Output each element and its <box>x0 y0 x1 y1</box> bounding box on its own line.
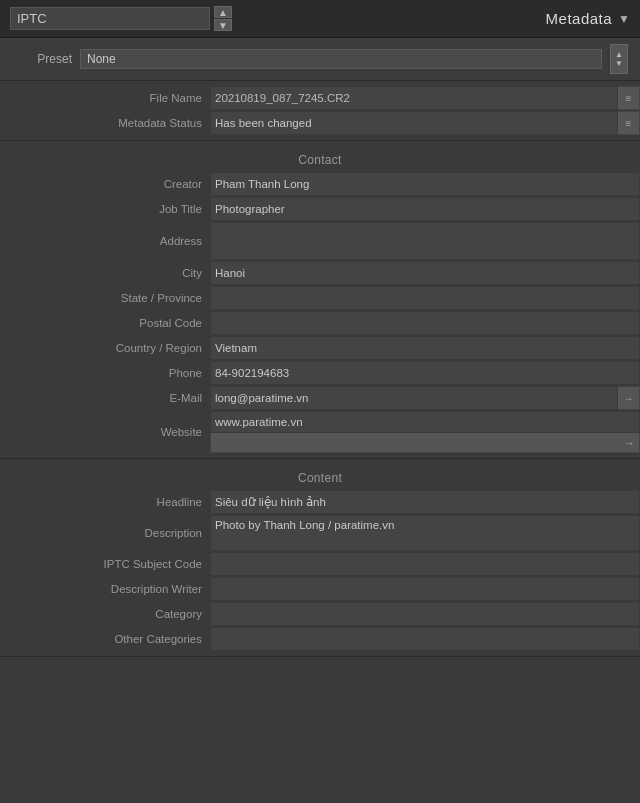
email-row: E-Mail long@paratime.vn → <box>0 386 640 410</box>
metadata-status-value: Has been changed <box>215 117 312 129</box>
list-icon: ≡ <box>626 93 632 104</box>
job-title-value: Photographer <box>215 203 285 215</box>
postal-field[interactable] <box>210 311 640 335</box>
iptc-subject-field[interactable] <box>210 552 640 576</box>
contact-section-header: Contact <box>0 145 640 171</box>
phone-value: 84-902194683 <box>215 367 289 379</box>
file-name-field[interactable]: 20210819_087_7245.CR2 <box>210 86 618 110</box>
iptc-spinner-down[interactable]: ▼ <box>214 19 232 31</box>
iptc-spinner-up[interactable]: ▲ <box>214 6 232 18</box>
country-row: Country / Region Vietnam <box>0 336 640 360</box>
contact-section: Contact Creator Pham Thanh Long Job Titl… <box>0 141 640 459</box>
file-name-value: 20210819_087_7245.CR2 <box>215 92 350 104</box>
website-row: Website www.paratime.vn → <box>0 411 640 453</box>
website-value: www.paratime.vn <box>215 416 303 428</box>
city-value: Hanoi <box>215 267 245 279</box>
phone-label: Phone <box>0 361 210 385</box>
country-field[interactable]: Vietnam <box>210 336 640 360</box>
metadata-status-label: Metadata Status <box>0 111 210 135</box>
address-field[interactable] <box>210 222 640 260</box>
metadata-status-field: Has been changed <box>210 111 618 135</box>
website-arrow-btn[interactable]: → <box>210 433 640 453</box>
headline-field[interactable]: Siêu dữ liệu hình ảnh <box>210 490 640 514</box>
metadata-content: File Name 20210819_087_7245.CR2 ≡ Metada… <box>0 81 640 657</box>
metadata-status-btn[interactable]: ≡ <box>618 111 640 135</box>
file-name-field-group: 20210819_087_7245.CR2 ≡ <box>210 86 640 110</box>
state-field[interactable] <box>210 286 640 310</box>
website-label: Website <box>0 411 210 453</box>
headline-row: Headline Siêu dữ liệu hình ảnh <box>0 490 640 514</box>
preset-row: Preset None ▲ ▼ <box>0 38 640 81</box>
other-categories-label: Other Categories <box>0 627 210 651</box>
file-info-section: File Name 20210819_087_7245.CR2 ≡ Metada… <box>0 81 640 141</box>
other-categories-field[interactable] <box>210 627 640 651</box>
desc-writer-row: Description Writer <box>0 577 640 601</box>
top-bar: IPTC ▲ ▼ Metadata ▼ <box>0 0 640 38</box>
description-field[interactable]: Photo by Thanh Long / paratime.vn <box>210 515 640 551</box>
website-field-group: www.paratime.vn → <box>210 411 640 453</box>
creator-label: Creator <box>0 172 210 196</box>
preset-label: Preset <box>12 52 72 66</box>
category-row: Category <box>0 602 640 626</box>
preset-spinner[interactable]: ▲ ▼ <box>610 44 628 74</box>
email-label: E-Mail <box>0 386 210 410</box>
website-field[interactable]: www.paratime.vn <box>210 411 640 433</box>
email-field-group: long@paratime.vn → <box>210 386 640 410</box>
file-name-row: File Name 20210819_087_7245.CR2 ≡ <box>0 86 640 110</box>
email-arrow-icon: → <box>624 393 634 404</box>
creator-value: Pham Thanh Long <box>215 178 309 190</box>
list-icon-2: ≡ <box>626 118 632 129</box>
preset-select[interactable]: None <box>80 49 602 69</box>
address-label: Address <box>0 222 210 260</box>
content-section-header: Content <box>0 463 640 489</box>
address-row: Address <box>0 222 640 260</box>
content-section: Content Headline Siêu dữ liệu hình ảnh D… <box>0 459 640 657</box>
other-categories-row: Other Categories <box>0 627 640 651</box>
postal-label: Postal Code <box>0 311 210 335</box>
metadata-status-field-group: Has been changed ≡ <box>210 111 640 135</box>
phone-row: Phone 84-902194683 <box>0 361 640 385</box>
job-title-label: Job Title <box>0 197 210 221</box>
country-label: Country / Region <box>0 336 210 360</box>
city-row: City Hanoi <box>0 261 640 285</box>
description-value: Photo by Thanh Long / paratime.vn <box>215 519 394 531</box>
metadata-chevron-icon[interactable]: ▼ <box>618 12 630 26</box>
city-label: City <box>0 261 210 285</box>
city-field[interactable]: Hanoi <box>210 261 640 285</box>
metadata-title-group: Metadata ▼ <box>546 10 630 27</box>
iptc-subject-row: IPTC Subject Code <box>0 552 640 576</box>
job-title-row: Job Title Photographer <box>0 197 640 221</box>
state-label: State / Province <box>0 286 210 310</box>
description-row: Description Photo by Thanh Long / parati… <box>0 515 640 551</box>
phone-field[interactable]: 84-902194683 <box>210 361 640 385</box>
iptc-select[interactable]: IPTC <box>10 7 210 30</box>
headline-value: Siêu dữ liệu hình ảnh <box>215 495 326 509</box>
file-name-btn[interactable]: ≡ <box>618 86 640 110</box>
email-arrow-btn[interactable]: → <box>618 386 640 410</box>
website-arrow-icon: → <box>624 437 635 449</box>
category-label: Category <box>0 602 210 626</box>
iptc-subject-label: IPTC Subject Code <box>0 552 210 576</box>
country-value: Vietnam <box>215 342 257 354</box>
postal-row: Postal Code <box>0 311 640 335</box>
creator-field[interactable]: Pham Thanh Long <box>210 172 640 196</box>
desc-writer-label: Description Writer <box>0 577 210 601</box>
desc-writer-field[interactable] <box>210 577 640 601</box>
description-label: Description <box>0 515 210 551</box>
iptc-selector-group: IPTC ▲ ▼ <box>10 6 232 31</box>
file-name-label: File Name <box>0 86 210 110</box>
headline-label: Headline <box>0 490 210 514</box>
state-row: State / Province <box>0 286 640 310</box>
email-field[interactable]: long@paratime.vn <box>210 386 618 410</box>
metadata-title: Metadata <box>546 10 613 27</box>
email-value: long@paratime.vn <box>215 392 309 404</box>
category-field[interactable] <box>210 602 640 626</box>
metadata-status-row: Metadata Status Has been changed ≡ <box>0 111 640 135</box>
creator-row: Creator Pham Thanh Long <box>0 172 640 196</box>
job-title-field[interactable]: Photographer <box>210 197 640 221</box>
